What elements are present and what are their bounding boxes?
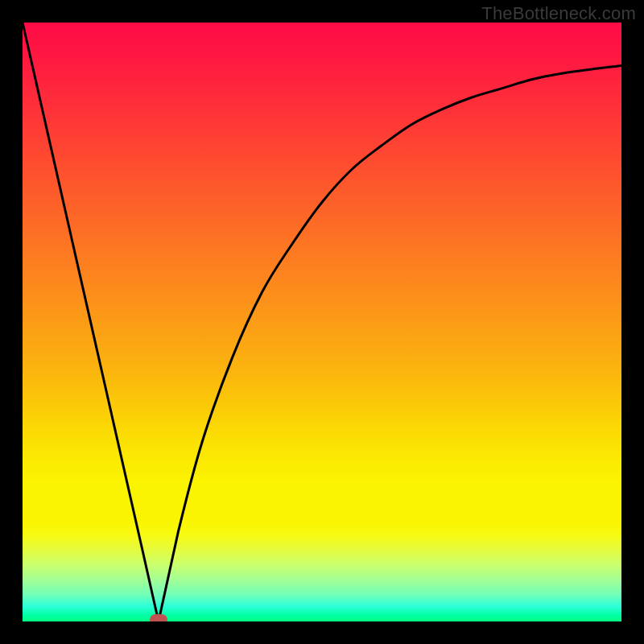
bottleneck-curve (23, 23, 621, 621)
chart-frame: TheBottleneck.com (0, 0, 644, 644)
watermark-text: TheBottleneck.com (481, 3, 636, 24)
plot-area (23, 23, 621, 621)
vertex-marker (150, 614, 167, 621)
